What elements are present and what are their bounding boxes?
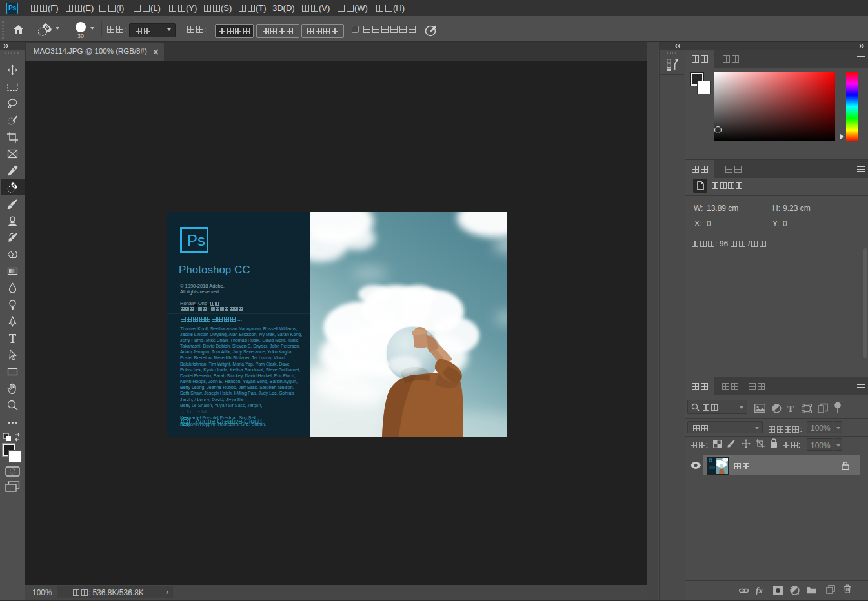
svg-text:Ps: Ps xyxy=(187,232,205,249)
